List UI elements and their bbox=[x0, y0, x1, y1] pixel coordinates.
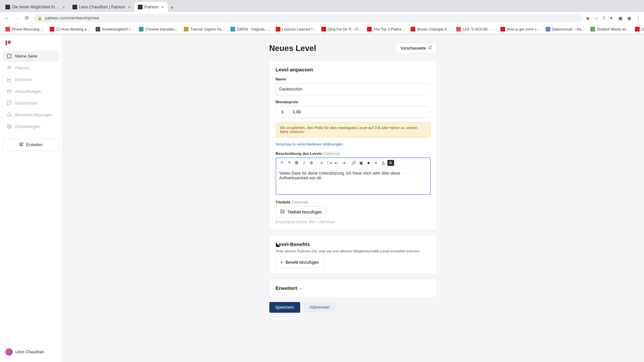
bookmark-item[interactable]: (2) How To Add A… bbox=[633, 26, 644, 33]
cancel-button[interactable]: Abbrechen bbox=[304, 302, 336, 313]
bookmark-favicon-icon bbox=[590, 27, 595, 32]
bookmark-item[interactable]: Qing Fei De Yi - Yl… bbox=[319, 26, 364, 33]
bookmark-item[interactable]: Tutorial: Eigene Fa… bbox=[182, 26, 227, 33]
add-benefit-button[interactable]: + Benefit hinzufügen bbox=[276, 257, 324, 268]
reload-button[interactable]: ⟳ bbox=[23, 15, 30, 21]
menu-icon[interactable]: ⋮ bbox=[636, 15, 641, 21]
sidebar-icon bbox=[7, 101, 12, 106]
sidebar-item-nachrichten[interactable]: Nachrichten bbox=[3, 98, 59, 109]
new-tab-button[interactable]: + bbox=[168, 3, 176, 12]
indent-icon[interactable]: ⇥ bbox=[340, 160, 347, 166]
sidebar-item-benachrichtigungen[interactable]: Benachrichtigungen bbox=[3, 109, 59, 120]
svg-rect-5 bbox=[7, 90, 11, 93]
bookmark-label: Student Wants an… bbox=[597, 27, 630, 31]
address-bar-row: ← → ⟳ 🔒 patreon.com/membership/new ◈ ☆ f… bbox=[0, 12, 644, 24]
image-icon[interactable]: ▣ bbox=[358, 160, 365, 166]
bg-color-icon[interactable]: A bbox=[387, 160, 394, 166]
undo-icon[interactable]: ↶ bbox=[279, 160, 285, 166]
bookmark-favicon-icon bbox=[276, 27, 280, 32]
bold-icon[interactable]: B bbox=[293, 160, 300, 166]
bookmark-favicon-icon bbox=[546, 27, 550, 32]
puzzle-ext-icon[interactable]: ✦ bbox=[609, 15, 613, 21]
browser-tab[interactable]: Die beste Möglichkeit für Kün… × bbox=[2, 2, 69, 12]
bookmark-item[interactable]: LEE 'S HOUSE - … bbox=[454, 26, 497, 33]
description-editor: ↶ ↷ B I S ≡ ⋮≡ ⇤ ⇥ 🔗 ▣ ■ ≡ bbox=[276, 158, 431, 195]
advanced-toggle[interactable]: Erweitert ⌄ bbox=[276, 285, 431, 291]
sidebar-item-auszahlungen[interactable]: Auszahlungen bbox=[3, 86, 59, 97]
svg-point-4 bbox=[10, 66, 11, 68]
bookmark-item[interactable]: Phone Recycling … bbox=[3, 26, 46, 33]
strike-icon[interactable]: S bbox=[308, 160, 315, 166]
star-icon[interactable]: ☆ bbox=[594, 15, 599, 21]
bookmark-item[interactable]: GMSN - Volgoda, … bbox=[228, 26, 272, 33]
bookmark-favicon-icon bbox=[184, 27, 189, 32]
price-label: Monatspreis bbox=[276, 100, 431, 104]
chevron-down-icon: ⌄ bbox=[299, 286, 302, 290]
sidebar-icon bbox=[7, 124, 12, 129]
facebook-ext-icon[interactable]: f bbox=[603, 15, 605, 21]
forward-button[interactable]: → bbox=[13, 15, 20, 21]
sidebar-item-einblicke[interactable]: Einblicke bbox=[3, 74, 59, 85]
bookmark-label: Chinese translatio… bbox=[145, 27, 178, 31]
text-color-icon[interactable]: A bbox=[380, 160, 387, 166]
bookmark-favicon-icon bbox=[411, 27, 415, 32]
video-ext-icon[interactable]: ▣ bbox=[618, 15, 623, 21]
close-icon[interactable]: × bbox=[127, 5, 131, 10]
back-button[interactable]: ← bbox=[3, 15, 10, 21]
url-bar[interactable]: 🔒 patreon.com/membership/new bbox=[34, 14, 583, 22]
warning-link[interactable]: Mehr erfahren bbox=[280, 130, 304, 134]
price-input[interactable] bbox=[289, 106, 430, 118]
patreon-logo-icon[interactable] bbox=[5, 40, 11, 46]
svg-rect-1 bbox=[6, 41, 7, 46]
bookmark-label: How to get more v… bbox=[507, 27, 540, 31]
image-label: Titelbild (Optional) bbox=[276, 200, 431, 204]
number-list-icon[interactable]: ⋮≡ bbox=[326, 160, 332, 166]
name-label: Name bbox=[276, 77, 431, 81]
bookmark-item[interactable]: Student Wants an… bbox=[588, 26, 632, 33]
outdent-icon[interactable]: ⇤ bbox=[333, 160, 340, 166]
align-icon[interactable]: ≡ bbox=[373, 160, 379, 166]
browser-tab[interactable]: Leon Chaudhari | Patreon × bbox=[69, 2, 135, 12]
bookmark-favicon-icon bbox=[96, 27, 100, 32]
profile-icon[interactable]: ◉ bbox=[627, 15, 631, 21]
sidebar-item-patrons[interactable]: Patrons bbox=[3, 62, 59, 73]
bookmark-item[interactable]: Datenschutz – Re… bbox=[544, 26, 587, 33]
svg-point-0 bbox=[7, 41, 11, 44]
svg-rect-2 bbox=[7, 54, 11, 58]
bookmark-favicon-icon bbox=[230, 27, 235, 32]
bookmark-item[interactable]: How to get more v… bbox=[498, 26, 542, 33]
close-icon[interactable]: × bbox=[161, 5, 165, 10]
currency-preview-link[interactable]: Vorschau in verschiedenen Währungen bbox=[276, 142, 343, 146]
link-icon[interactable]: 🔗 bbox=[351, 160, 357, 166]
favicon-icon bbox=[72, 5, 77, 9]
tab-strip: Die beste Möglichkeit für Kün… × Leon Ch… bbox=[0, 0, 644, 12]
add-image-button[interactable]: Titelbild hinzufügen bbox=[276, 206, 326, 218]
redo-icon[interactable]: ↷ bbox=[286, 160, 293, 166]
preview-button[interactable]: Vorschauseite bbox=[395, 43, 437, 54]
bookmark-item[interactable]: Sonderangebot! l… bbox=[94, 26, 136, 33]
bookmark-label: GMSN - Volgoda, … bbox=[237, 27, 270, 31]
bookmark-item[interactable]: Lessons Learned f… bbox=[274, 26, 318, 33]
save-button[interactable]: Speichern bbox=[269, 302, 300, 313]
bookmark-favicon-icon bbox=[367, 27, 372, 32]
video-icon[interactable]: ■ bbox=[365, 160, 372, 166]
description-textarea[interactable]: Vielen Dank für deine Unterstützung. Ich… bbox=[276, 168, 430, 194]
add-benefit-label: Benefit hinzufügen bbox=[286, 260, 319, 265]
bookmark-item[interactable]: (1) How Working a… bbox=[48, 26, 92, 33]
user-menu[interactable]: Leon Chaudhari bbox=[3, 346, 59, 358]
svg-point-8 bbox=[281, 210, 282, 211]
sidebar-item-einstellungen[interactable]: Einstellungen bbox=[3, 121, 59, 132]
bookmark-item[interactable]: The Top 3 Platfor… bbox=[365, 26, 407, 33]
bookmark-item[interactable]: Money Changes E… bbox=[409, 26, 453, 33]
italic-icon[interactable]: I bbox=[301, 160, 308, 166]
lock-icon: 🔒 bbox=[38, 16, 42, 20]
sidebar-item-meine-seite[interactable]: Meine Seite bbox=[3, 51, 59, 62]
bookmark-item[interactable]: Chinese translatio… bbox=[137, 26, 180, 33]
install-icon[interactable]: ◈ bbox=[586, 15, 590, 21]
close-icon[interactable]: × bbox=[62, 5, 66, 10]
bookmark-favicon-icon bbox=[456, 27, 461, 32]
create-button[interactable]: Erstellen bbox=[3, 139, 59, 151]
bullet-list-icon[interactable]: ≡ bbox=[318, 160, 325, 166]
browser-tab-active[interactable]: Patreon × bbox=[135, 2, 168, 12]
name-input[interactable] bbox=[276, 83, 431, 95]
